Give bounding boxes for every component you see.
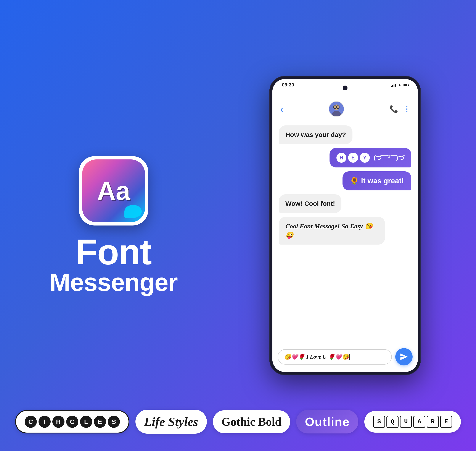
circle-R: R [52,416,64,428]
chat-header: ‹ [272,90,418,121]
contact-avatar [329,101,344,117]
signal-bar-3 [394,84,394,87]
circle-C: C [25,416,37,428]
app-subtitle: Messenger [49,270,178,295]
send-button[interactable] [395,348,413,365]
avatar-svg [329,101,344,117]
status-bar-container: 09:30 ▲ [272,79,418,90]
battery-fill [404,84,407,86]
pill-circles[interactable]: C I R C L E S [15,410,129,433]
lifestyles-label: Life Styles [144,414,198,429]
signal-icon [391,83,396,87]
circle-S: S [108,416,120,428]
circle-C2: C [66,416,78,428]
phone-screen: 09:30 ▲ [272,79,418,372]
message-4-text: Wow! Cool font! [285,200,335,207]
chat-input-text: 😘💗🌹 I Love U 🌹💗😘 [284,354,349,360]
app-title: Font Messenger [49,234,178,295]
send-icon [400,352,408,361]
chat-input-area: 😘💗🌹 I Love U 🌹💗😘 [272,344,418,372]
hey-Y: Y [360,153,370,163]
status-icons: ▲ [391,83,408,87]
status-bar: 09:30 ▲ [272,82,418,88]
app-icon: Aa [79,156,148,226]
message-4: Wow! Cool font! [279,194,342,213]
app-icon-aa-text: Aa [97,176,130,206]
hey-E: E [348,153,358,163]
pill-lifestyles[interactable]: Life Styles [135,410,207,434]
circle-E: E [94,416,106,428]
app-name: Font [49,234,178,270]
battery-icon [403,84,408,86]
hey-circles: H E Y [336,153,370,163]
signal-bar-1 [391,86,392,87]
message-1: How was your day? [279,125,353,144]
app-icon-inner: Aa [82,159,145,222]
signal-bar-4 [395,84,396,87]
message-5: Cool Font Message! So Easy 😘😜 [279,217,385,244]
hey-H: H [336,153,346,163]
message-5-text: Cool Font Message! So Easy 😘😜 [285,222,372,239]
circle-L: L [80,416,92,428]
wifi-icon: ▲ [398,83,401,87]
message-3: 🌻 It was great! [342,171,411,190]
header-icons: 📞 ⋮ [390,105,410,113]
chat-input-box[interactable]: 😘💗🌹 I Love U 🌹💗😘 [278,349,392,364]
more-icon[interactable]: ⋮ [403,105,410,113]
message-3-text: 🌻 It was great! [350,176,404,185]
call-icon[interactable]: 📞 [390,105,398,113]
message-1-text: How was your day? [285,131,346,138]
right-section: 09:30 ▲ [232,9,459,442]
chat-messages: How was your day? H E Y (づ￣³￣)づ 🌻 It was… [272,121,418,344]
status-time: 09:30 [282,82,294,88]
circle-I: I [38,416,51,428]
back-button[interactable]: ‹ [280,103,283,115]
chat-input-cursor [349,354,350,360]
message-2: H E Y (づ￣³￣)づ [330,148,411,168]
app-icon-bubble [124,205,142,218]
hey-kaomoji: (づ￣³￣)づ [374,154,404,162]
phone-camera [343,86,348,90]
circles-letters-group: C I R C L E S [25,416,120,428]
phone-frame: 09:30 ▲ [269,76,421,375]
chat-header-center [329,101,344,117]
left-section: Aa Font Messenger [0,0,227,451]
signal-bar-2 [392,85,393,87]
